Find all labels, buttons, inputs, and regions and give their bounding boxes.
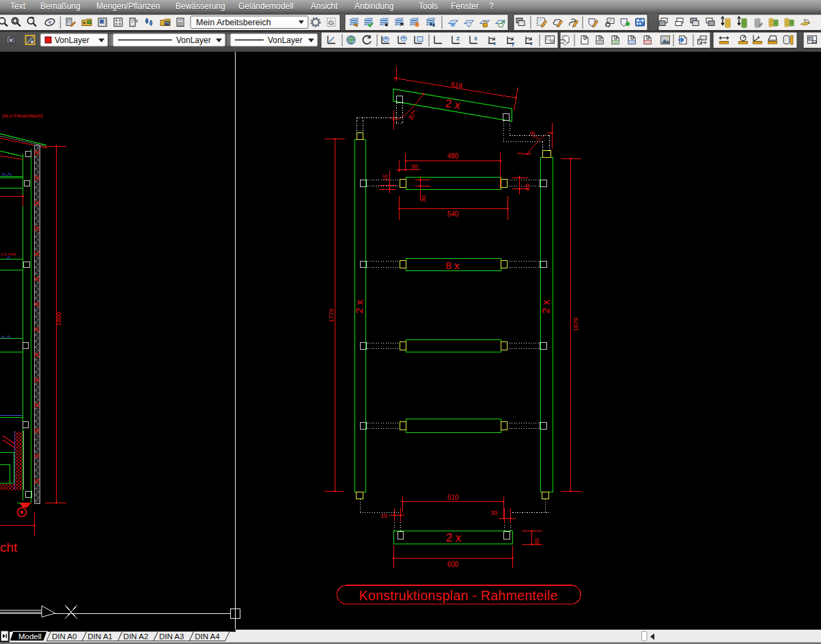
svg-text:Konstruktionsplan - Rahmenteil: Konstruktionsplan - Rahmenteile <box>359 588 557 603</box>
svg-text:Mein Arbeitsbereich: Mein Arbeitsbereich <box>196 18 271 27</box>
svg-text:480: 480 <box>447 152 459 160</box>
svg-text:510: 510 <box>447 494 459 501</box>
svg-text:2 x: 2 x <box>353 299 365 313</box>
svg-text:x 3 mm): x 3 mm) <box>1 251 16 256</box>
svg-text:PDF: PDF <box>645 40 651 44</box>
svg-text:Z: Z <box>456 36 460 42</box>
svg-text:60: 60 <box>533 538 540 545</box>
svg-text:DWF: DWF <box>612 40 619 44</box>
svg-text:DIN A3: DIN A3 <box>159 632 184 641</box>
svg-text:600: 600 <box>447 561 459 568</box>
svg-text:1800: 1800 <box>55 312 62 326</box>
svg-text:60: 60 <box>524 184 531 191</box>
svg-text:30: 30 <box>490 509 497 516</box>
svg-text:z: z <box>530 40 533 46</box>
svg-text:1679: 1679 <box>572 318 579 331</box>
svg-text:DGN: DGN <box>628 40 635 44</box>
svg-text:540: 540 <box>447 210 459 218</box>
svg-text:DIN A4: DIN A4 <box>195 632 220 641</box>
svg-text:30: 30 <box>420 195 427 202</box>
svg-text:15: 15 <box>382 174 389 181</box>
svg-text:VonLayer: VonLayer <box>176 36 211 45</box>
svg-text:2 x: 2 x <box>445 96 462 111</box>
svg-text:87°: 87° <box>407 109 419 121</box>
svg-text:VonLayer: VonLayer <box>268 36 303 45</box>
svg-text:1779: 1779 <box>328 309 335 322</box>
svg-text:87°: 87° <box>528 130 540 142</box>
svg-text:2 x: 2 x <box>446 531 462 544</box>
svg-text:cht: cht <box>0 540 18 555</box>
svg-text:30: 30 <box>410 163 417 170</box>
svg-text:15: 15 <box>380 512 387 519</box>
svg-text:VonLayer: VonLayer <box>55 36 89 45</box>
svg-text:(ALU-Flexschlauch): (ALU-Flexschlauch) <box>2 113 43 119</box>
svg-text:3: 3 <box>474 36 477 42</box>
svg-text:8 x: 8 x <box>445 260 460 271</box>
svg-text:DIN A0: DIN A0 <box>52 632 76 641</box>
svg-text:DWG: DWG <box>596 40 603 44</box>
svg-text:2 x: 2 x <box>540 299 551 313</box>
svg-text:DIN A1: DIN A1 <box>87 632 112 641</box>
svg-text:Modell: Modell <box>18 632 42 641</box>
svg-text:DIN A2: DIN A2 <box>124 632 148 641</box>
svg-text:618: 618 <box>450 81 463 90</box>
